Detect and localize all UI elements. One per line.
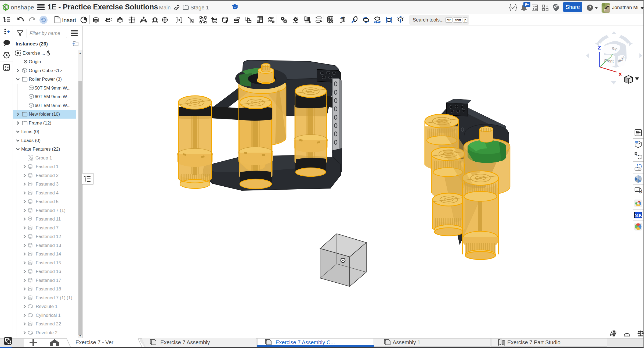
svg-text:Z: Z (598, 45, 601, 51)
svg-text:MK: MK (635, 213, 642, 218)
svg-text:Front: Front (604, 58, 614, 63)
svg-text:Top: Top (611, 46, 618, 51)
svg-text:Y: Y (610, 53, 613, 58)
svg-text:X: X (618, 72, 622, 77)
